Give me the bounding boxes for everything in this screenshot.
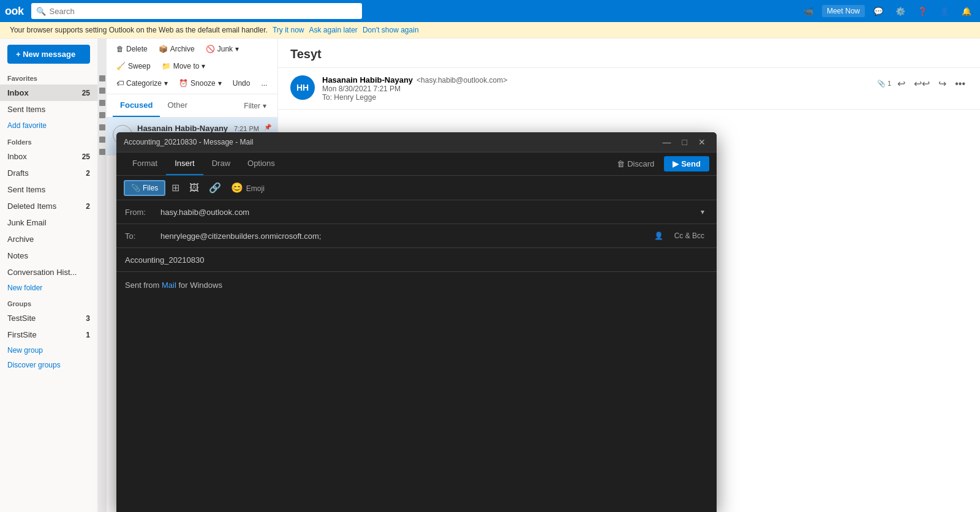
app-logo: ook [5,5,24,18]
bell-icon[interactable]: 🔔 [958,6,975,17]
compose-subject-field[interactable] [116,248,717,272]
profile-icon[interactable]: 👤 [936,6,953,17]
ask-again-link[interactable]: Ask again later [309,26,357,34]
sidebar-item-sent-favorites[interactable]: Sent Items [0,101,97,118]
junk-chevron-icon: ▾ [235,45,239,53]
settings-icon[interactable]: ⚙️ [892,6,909,17]
move-icon: 📁 [162,62,171,70]
sidebar-item-sent[interactable]: Sent Items [0,181,97,198]
more-button[interactable]: ... [257,77,271,90]
search-input[interactable] [50,7,357,16]
sidebar-item-conversation[interactable]: Conversation Hist... [0,264,97,280]
files-icon: 📎 [131,184,140,192]
table-icon-button[interactable]: ⊞ [168,179,183,196]
forward-button[interactable]: ↪ [936,75,949,92]
discard-button[interactable]: 🗑 Discard [612,157,659,171]
email-from-name: Hasanain Habib-Nayany [322,75,413,85]
add-favorite-link[interactable]: Add favorite [0,118,97,134]
to-field-actions: 👤 Cc & Bcc [650,230,708,241]
sidebar-item-inbox-folders[interactable]: Inbox 25 [0,148,97,165]
filter-button[interactable]: Filter ▾ [239,99,271,113]
to-value[interactable]: henrylegge@citizenbuilders.onmicrosoft.c… [160,232,646,241]
email-view-title: Tesyt [290,47,322,61]
compose-title: Accounting_20210830 - Message - Mail [124,138,659,146]
compose-tab-format[interactable]: Format [124,152,166,175]
compose-modal: Accounting_20210830 - Message - Mail — □… [116,132,717,512]
sidebar-item-junk[interactable]: Junk Email [0,214,97,231]
help-icon[interactable]: ❓ [914,6,931,17]
from-dropdown-button[interactable]: ▾ [697,206,708,217]
dont-show-link[interactable]: Don't show again [363,26,419,34]
archive-button[interactable]: 📦 Archive [155,42,198,56]
sidebar-item-inbox-favorites[interactable]: Inbox 25 [0,85,97,101]
compose-tab-draw[interactable]: Draw [203,152,239,175]
sidebar-item-firstsite[interactable]: FirstSite 1 [0,326,97,343]
sidebar-item-archive[interactable]: Archive [0,231,97,247]
cc-bcc-button[interactable]: Cc & Bcc [671,230,708,241]
sidebar-item-testsite[interactable]: TestSite 3 [0,310,97,326]
from-value: hasy.habib@outlook.com [160,208,692,217]
groups-label: Groups [0,295,97,310]
tab-focused[interactable]: Focused [113,94,160,117]
maximize-button[interactable]: □ [679,136,691,148]
categorize-button[interactable]: 🏷 Categorize ▾ [113,77,172,90]
snooze-icon: ⏰ [179,79,188,88]
meet-now-button[interactable]: Meet Now [822,5,865,17]
win-icon-2 [99,88,105,94]
more-email-actions-button[interactable]: ••• [952,76,968,92]
compose-from-field: From: hasy.habib@outlook.com ▾ [116,200,717,224]
new-message-button[interactable]: + New message [7,45,90,64]
notification-banner: Your browser supports setting Outlook on… [0,22,980,39]
compose-body[interactable]: Sent from Mail for Windows [116,272,717,512]
sweep-button[interactable]: 🧹 Sweep [113,59,154,73]
reply-button[interactable]: ↩ [895,75,908,92]
email-tabs-bar: Focused Other Filter ▾ [107,94,277,118]
search-box[interactable]: 🔍 [31,3,362,19]
win-icon-6 [99,137,105,143]
body-link-mail[interactable]: Mail [162,280,176,290]
people-picker-icon[interactable]: 👤 [650,230,667,241]
sidebar-item-drafts[interactable]: Drafts 2 [0,165,97,181]
win-icon-7 [99,149,105,155]
trash-icon: 🗑 [116,45,124,53]
files-button[interactable]: 📎 Files [124,180,165,196]
chat-icon[interactable]: 💬 [870,6,887,17]
compose-tab-options[interactable]: Options [239,152,284,175]
snooze-button[interactable]: ⏰ Snooze ▾ [175,77,225,90]
reply-all-button[interactable]: ↩↩ [911,75,932,92]
subject-input[interactable] [125,255,708,265]
email-toolbar: 🗑 Delete 📦 Archive 🚫 Junk ▾ 🧹 Sweep 📁 Mo… [107,39,277,94]
win-icon-strip [98,39,107,512]
sidebar: + New message Favorites Inbox 25 Sent It… [0,39,98,512]
sidebar-item-notes[interactable]: Notes [0,247,97,264]
notification-text: Your browser supports setting Outlook on… [10,26,268,34]
junk-icon: 🚫 [206,45,215,53]
video-icon[interactable]: 📹 [800,6,817,17]
delete-button[interactable]: 🗑 Delete [113,42,151,56]
compose-tab-insert[interactable]: Insert [166,152,203,175]
link-icon-button[interactable]: 🔗 [205,179,225,196]
move-to-button[interactable]: 📁 Move to ▾ [158,59,209,73]
emoji-button[interactable]: 😊 Emoji [227,179,268,196]
new-folder-link[interactable]: New folder [0,280,97,295]
send-button[interactable]: ▶ Send [664,156,709,171]
attachment-count: 📎 1 [877,80,891,88]
try-it-link[interactable]: Try it now [273,26,304,34]
send-icon: ▶ [673,159,679,168]
close-button[interactable]: ✕ [695,136,709,148]
top-bar: ook 🔍 📹 Meet Now 💬 ⚙️ ❓ 👤 🔔 [0,0,980,22]
discover-groups-link[interactable]: Discover groups [0,358,97,372]
image-icon-button[interactable]: 🖼 [186,180,203,196]
undo-button[interactable]: Undo [229,77,254,90]
compose-tabs: Format Insert Draw Options 🗑 Discard ▶ S… [116,152,717,176]
email-sender: Hasanain Habib-Nayany [137,124,228,133]
email-from-email: <hasy.habib@outlook.com> [417,76,507,85]
sidebar-item-deleted[interactable]: Deleted Items 2 [0,198,97,214]
email-meta-row: HH Hasanain Habib-Nayany <hasy.habib@out… [278,68,980,110]
minimize-button[interactable]: — [659,136,675,148]
compose-to-field: To: henrylegge@citizenbuilders.onmicroso… [116,224,717,248]
win-icon-4 [99,112,105,118]
new-group-link[interactable]: New group [0,343,97,358]
junk-button[interactable]: 🚫 Junk ▾ [202,42,243,56]
tab-other[interactable]: Other [160,94,195,117]
